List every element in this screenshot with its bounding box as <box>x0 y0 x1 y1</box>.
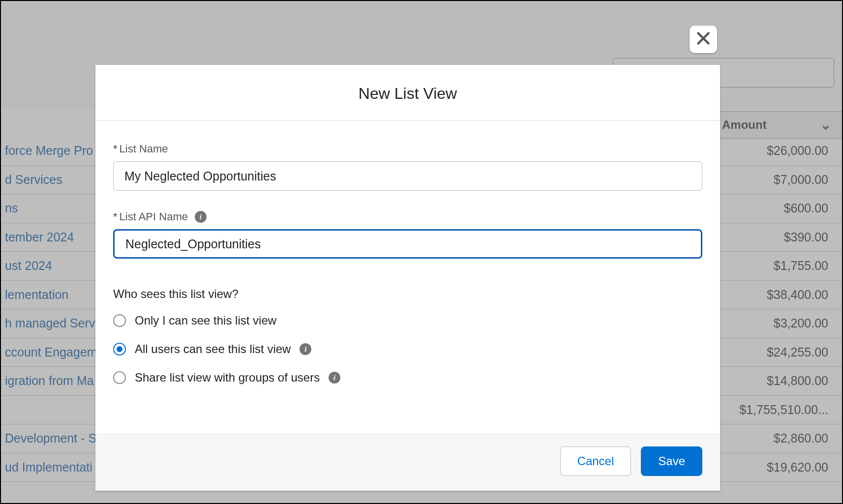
opportunity-link[interactable]: tember 2024 <box>5 230 74 244</box>
close-button[interactable] <box>690 26 717 53</box>
modal-title: New List View <box>95 65 720 120</box>
info-icon[interactable]: i <box>329 372 340 384</box>
opportunity-link[interactable]: h managed Serv <box>5 316 95 330</box>
list-name-label-text: List Name <box>120 143 168 155</box>
visibility-section-label: Who sees this list view? <box>113 287 702 301</box>
amount-value: $390.00 <box>784 230 828 244</box>
amount-value: $38,400.00 <box>767 288 828 302</box>
opportunity-link[interactable]: d Services <box>5 173 62 187</box>
radio-all-users-row[interactable]: All users can see this list view i <box>113 342 702 356</box>
save-button-label: Save <box>658 454 685 468</box>
api-name-field: *List API Name i <box>113 210 702 259</box>
list-name-field: *List Name <box>113 143 702 191</box>
amount-value: $1,755,510.00... <box>739 403 828 417</box>
radio-all-users[interactable] <box>113 343 126 356</box>
amount-value: $1,755.00 <box>774 259 828 273</box>
opportunity-link[interactable]: ccount Engagem <box>5 345 97 359</box>
opportunity-link[interactable]: force Merge Pro <box>5 144 93 158</box>
radio-share-groups[interactable] <box>113 371 126 384</box>
api-name-input[interactable] <box>113 229 702 259</box>
new-list-view-modal: New List View *List Name *List API Name … <box>95 65 720 491</box>
radio-only-me[interactable] <box>113 314 126 327</box>
opportunity-link[interactable]: lementation <box>5 288 68 302</box>
info-icon[interactable]: i <box>300 343 311 355</box>
close-icon <box>694 30 712 49</box>
amount-value: $26,000.00 <box>767 144 828 158</box>
opportunity-link[interactable]: Development - S <box>5 431 96 445</box>
opportunity-link[interactable]: igration from Ma <box>5 374 94 388</box>
list-name-label: *List Name <box>113 143 702 155</box>
api-name-label: *List API Name i <box>113 210 702 223</box>
radio-all-users-label: All users can see this list view <box>135 342 291 356</box>
amount-value: $24,255.00 <box>767 345 828 359</box>
chevron-down-icon: ⌄ <box>820 118 832 132</box>
api-name-label-text: List API Name <box>120 210 188 223</box>
cancel-button-label: Cancel <box>577 454 614 468</box>
opportunity-link[interactable]: ns <box>5 201 18 215</box>
amount-column-header[interactable]: Amount ⌄ <box>714 111 842 139</box>
radio-only-me-row[interactable]: Only I can see this list view <box>113 314 702 327</box>
opportunity-link[interactable]: ud Implementati <box>5 460 92 474</box>
amount-column-label: Amount <box>722 118 767 132</box>
radio-share-groups-row[interactable]: Share list view with groups of users i <box>113 371 702 385</box>
list-name-input[interactable] <box>113 161 702 191</box>
amount-value: $14,800.00 <box>767 374 828 388</box>
modal-body: *List Name *List API Name i Who sees thi… <box>95 121 720 434</box>
radio-only-me-label: Only I can see this list view <box>135 314 276 327</box>
amount-value: $3,200.00 <box>774 316 828 330</box>
amount-value: $600.00 <box>784 201 828 215</box>
save-button[interactable]: Save <box>641 446 702 476</box>
opportunity-link[interactable]: ust 2024 <box>5 259 52 273</box>
cancel-button[interactable]: Cancel <box>560 446 632 476</box>
amount-value: $19,620.00 <box>767 460 828 474</box>
radio-share-groups-label: Share list view with groups of users <box>135 371 320 385</box>
modal-footer: Cancel Save <box>95 434 720 491</box>
info-icon[interactable]: i <box>195 211 207 223</box>
amount-value: $7,000.00 <box>774 173 828 187</box>
amount-value: $2,860.00 <box>774 431 828 445</box>
